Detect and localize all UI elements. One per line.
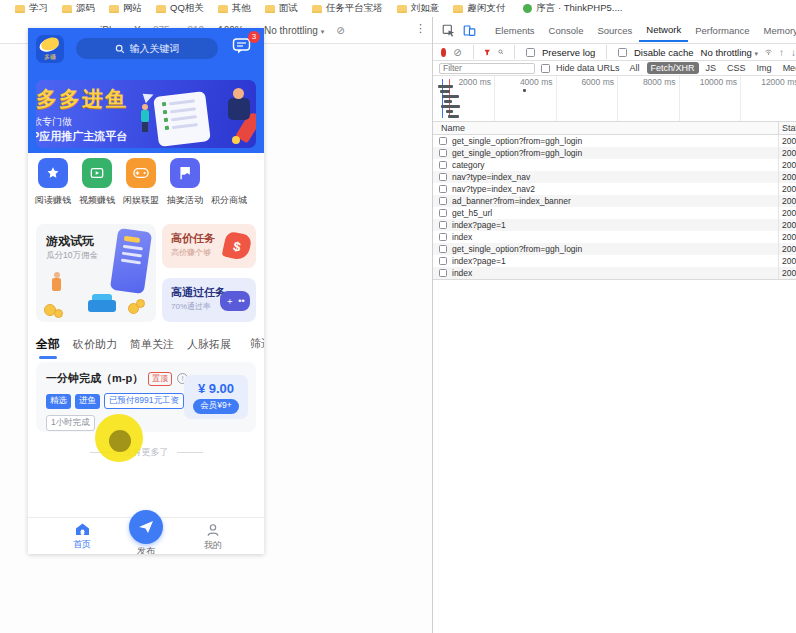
bookmark-item[interactable]: 学习 xyxy=(8,2,55,15)
quick-nav-item[interactable]: 积分商城 xyxy=(207,158,251,218)
bookmark-item[interactable]: QQ相关 xyxy=(149,2,211,15)
filter-pill[interactable]: All xyxy=(626,62,644,74)
request-status: 200 xyxy=(778,267,796,279)
category-tab[interactable]: 全部 xyxy=(36,336,60,353)
devtools-tab-memory[interactable]: Memory xyxy=(757,19,796,41)
row-checkbox[interactable] xyxy=(439,233,447,241)
bookmark-item[interactable]: 网站 xyxy=(102,2,149,15)
devtools-tab-console[interactable]: Console xyxy=(542,19,591,41)
devtools-tab-elements[interactable]: Elements xyxy=(488,19,542,41)
devtools-tab-performance[interactable]: Performance xyxy=(688,19,756,41)
task-title: 一分钟完成（m-p） xyxy=(46,371,143,386)
row-checkbox[interactable] xyxy=(439,245,447,253)
quick-nav-item[interactable]: 抽奖活动 xyxy=(163,158,207,218)
request-filter-input[interactable] xyxy=(439,63,535,74)
play-icon xyxy=(90,166,104,180)
search-input[interactable]: 输入关键词 xyxy=(76,38,218,59)
banner-title: 多多进鱼 xyxy=(36,85,128,113)
row-checkbox[interactable] xyxy=(439,257,447,265)
folder-icon xyxy=(15,5,25,13)
filter-pill[interactable]: Media xyxy=(779,62,796,74)
devtools-tab-bar: ElementsConsoleSourcesNetworkPerformance… xyxy=(433,17,796,44)
export-har-button[interactable]: ↓ xyxy=(791,47,796,58)
play-icon xyxy=(82,158,112,188)
bookmark-item-thinkphp[interactable]: 序言 · ThinkPHP5.... xyxy=(516,2,629,15)
bookmark-item[interactable]: 刘如意 xyxy=(390,2,447,15)
row-checkbox[interactable] xyxy=(439,209,447,217)
task-price-box: ¥ 9.00 会员¥9+ xyxy=(184,375,248,419)
quick-nav-item[interactable]: 闲娱联盟 xyxy=(119,158,163,218)
filter-pill[interactable]: CSS xyxy=(723,62,750,74)
table-row[interactable]: nav?type=index_nav 200 xyxy=(433,171,796,183)
fish-logo-icon xyxy=(40,36,60,51)
disable-cache-checkbox[interactable] xyxy=(618,48,627,57)
clear-button[interactable]: ⊘ xyxy=(453,47,461,58)
bookmark-item[interactable]: 趣闲支付 xyxy=(446,2,512,15)
quick-nav-item[interactable]: 视频赚钱 xyxy=(75,158,119,218)
tab-mine[interactable]: 我的 xyxy=(183,523,243,552)
network-throttling-select[interactable]: No throttling ▾ xyxy=(701,47,758,58)
row-checkbox[interactable] xyxy=(439,269,447,277)
row-checkbox[interactable] xyxy=(439,137,447,145)
game-trial-card[interactable]: 游戏试玩 瓜分10万佣金 xyxy=(36,224,156,322)
network-conditions-icon[interactable] xyxy=(765,47,772,57)
publish-button[interactable] xyxy=(129,510,163,544)
category-tab[interactable]: 简单关注 xyxy=(130,337,174,352)
task-tag: 精选 xyxy=(46,394,71,409)
star-icon xyxy=(38,158,68,188)
table-row[interactable]: get_single_option?from=ggh_login 200 xyxy=(433,135,796,147)
touch-cursor-overlay xyxy=(95,414,143,462)
table-row[interactable]: index?page=1 200 xyxy=(433,255,796,267)
table-row[interactable]: index 200 xyxy=(433,231,796,243)
table-row[interactable]: index?page=1 200 xyxy=(433,219,796,231)
category-tab[interactable]: 砍价助力 xyxy=(73,337,117,352)
table-row[interactable]: category 200 xyxy=(433,159,796,171)
network-overview-timeline[interactable]: 2000 ms4000 ms6000 ms8000 ms10000 ms1200… xyxy=(433,76,796,122)
high-pass-task-card[interactable]: 高通过任务 70%通过率 ＋•• xyxy=(162,278,256,322)
table-row[interactable]: nav?type=index_nav2 200 xyxy=(433,183,796,195)
quick-nav-item[interactable]: 阅读赚钱 xyxy=(31,158,75,218)
row-checkbox[interactable] xyxy=(439,161,447,169)
status-column-header[interactable]: Status xyxy=(778,122,796,134)
filter-pill[interactable]: Fetch/XHR xyxy=(647,62,699,74)
filter-pill[interactable]: Img xyxy=(753,62,776,74)
name-column-header[interactable]: Name xyxy=(441,123,465,133)
search-icon[interactable] xyxy=(498,47,504,57)
filter-button[interactable]: 筛选 xyxy=(250,336,264,351)
row-checkbox[interactable] xyxy=(439,197,447,205)
hide-data-urls-checkbox[interactable] xyxy=(541,64,550,73)
filter-pill[interactable]: JS xyxy=(702,62,721,74)
row-checkbox[interactable] xyxy=(439,185,447,193)
bookmark-item[interactable]: 面试 xyxy=(258,2,305,15)
task-list-item[interactable]: 一分钟完成（m-p） 置顶 ! 精选进鱼已预付8991元工资 1小时完成 ¥ 9… xyxy=(36,362,256,432)
row-checkbox[interactable] xyxy=(439,221,447,229)
bookmark-item[interactable]: 其他 xyxy=(211,2,258,15)
device-toolbar-toggle-button[interactable] xyxy=(463,24,476,37)
devtools-tab-sources[interactable]: Sources xyxy=(590,19,639,41)
filter-funnel-icon[interactable] xyxy=(484,47,490,58)
bookmark-item[interactable]: 源码 xyxy=(55,2,102,15)
devtools-tab-network[interactable]: Network xyxy=(639,18,688,42)
category-tab[interactable]: 人脉拓展 xyxy=(187,337,231,352)
scroll-list-illustration xyxy=(153,91,211,147)
tab-home[interactable]: 首页 xyxy=(52,523,112,551)
row-checkbox[interactable] xyxy=(439,149,447,157)
member-price-button[interactable]: 会员¥9+ xyxy=(193,399,238,414)
app-logo[interactable]: 多赚 xyxy=(36,35,64,63)
row-checkbox[interactable] xyxy=(439,173,447,181)
table-row[interactable]: get_single_option?from=ggh_login 200 xyxy=(433,147,796,159)
table-row[interactable]: index 200 xyxy=(433,267,796,279)
table-row[interactable]: get_h5_url 200 xyxy=(433,207,796,219)
banner-carousel[interactable]: 多多进鱼 款专门做 P应用推广主流平台 xyxy=(36,80,256,148)
bookmark-item[interactable]: 任务平台宝塔 xyxy=(305,2,390,15)
table-row[interactable]: ad_banner?from=index_banner 200 xyxy=(433,195,796,207)
throttling-select[interactable]: No throttling ▾ xyxy=(264,25,324,36)
record-button[interactable] xyxy=(441,48,446,57)
inspect-element-button[interactable] xyxy=(442,24,455,37)
table-row[interactable]: get_single_option?from=ggh_login 200 xyxy=(433,243,796,255)
high-price-task-card[interactable]: 高价任务 高价赚个够 $ xyxy=(162,224,256,268)
import-har-button[interactable]: ↑ xyxy=(779,47,784,58)
messages-button[interactable]: 3 xyxy=(232,37,254,57)
more-options-button[interactable]: ⋮ xyxy=(415,22,426,35)
preserve-log-checkbox[interactable] xyxy=(526,48,535,57)
